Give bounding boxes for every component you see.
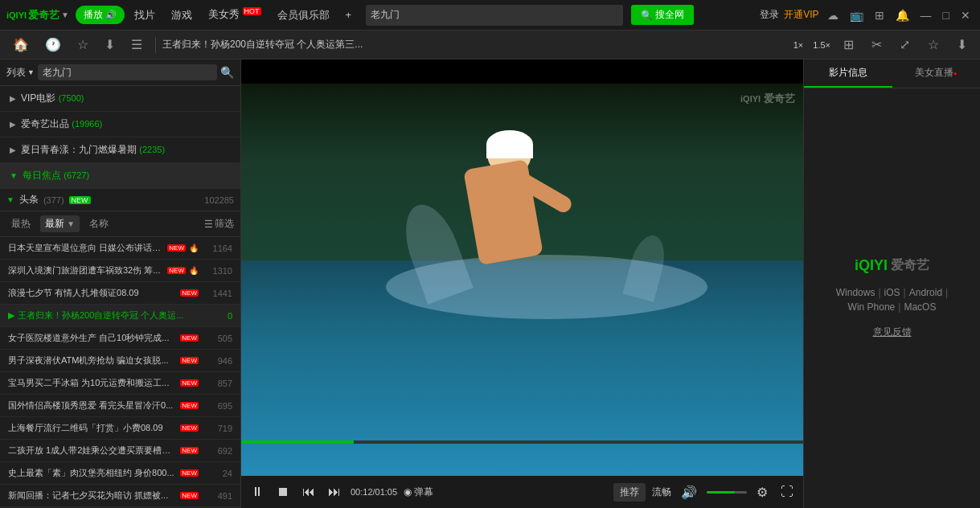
filter-button[interactable]: ☰ 筛选 bbox=[204, 217, 234, 231]
info-content: iQIYI 爱奇艺 Windows | iOS | Android | Win … bbox=[804, 88, 980, 508]
playlist-icon[interactable]: ☰ bbox=[125, 34, 149, 55]
list-item[interactable]: 日本天皇宣布退位意向 日媒公布讲话全... NEW 🔥 1164 bbox=[0, 237, 240, 260]
view-count: 1164 bbox=[202, 244, 232, 253]
view-count: 1310 bbox=[202, 266, 232, 276]
list-item[interactable]: 浪漫七夕节 有情人扎堆领证08.09 NEW 1441 bbox=[0, 282, 240, 305]
platform-android[interactable]: Android bbox=[909, 287, 942, 298]
platform-winphone[interactable]: Win Phone bbox=[848, 301, 896, 313]
resize-icon[interactable]: ⤢ bbox=[893, 34, 916, 55]
list-item[interactable]: 女子医院楼道意外生产 自己10秒钟完成... NEW 505 bbox=[0, 327, 240, 350]
prev-button[interactable]: ⏮ bbox=[299, 483, 318, 501]
list-item[interactable]: 国外情侣高楼顶秀恩爱 看完头星冒冷汗0... NEW 695 bbox=[0, 395, 240, 417]
logo[interactable]: iQIYI 爱奇艺 ▼ bbox=[6, 8, 69, 23]
list-label[interactable]: 列表 ▼ bbox=[6, 66, 35, 80]
danmu-button[interactable]: ◉ 弹幕 bbox=[404, 485, 433, 499]
sound-icon: 🔊 bbox=[105, 10, 117, 20]
progress-bar[interactable] bbox=[241, 440, 803, 444]
minimize-icon[interactable]: — bbox=[917, 7, 935, 23]
list-item[interactable]: 宝马男买二手冰箱 为10元运费和搬运工... NEW 857 bbox=[0, 372, 240, 395]
recommend-button[interactable]: 推荐 bbox=[613, 483, 646, 502]
clip-icon[interactable]: ✂ bbox=[865, 34, 888, 55]
category-vip-movies[interactable]: ▶ VIP电影 (7500) bbox=[0, 86, 240, 112]
speed-1x[interactable]: 1× bbox=[790, 39, 807, 51]
new-badge: NEW bbox=[167, 244, 186, 252]
sub-category-name: 头条 bbox=[19, 193, 39, 207]
toolbar-right-icons: ⊞ ✂ ⤢ ☆ ⬇ bbox=[837, 34, 974, 55]
speed-controls: 1× 1.5× bbox=[790, 39, 834, 51]
nav-beauty[interactable]: 美女秀 HOT bbox=[202, 4, 268, 25]
home-icon[interactable]: 🏠 bbox=[6, 34, 35, 55]
stop-button[interactable]: ⏹ bbox=[273, 483, 293, 501]
cloud-icon[interactable]: ☁ bbox=[824, 7, 842, 23]
restore-icon[interactable]: □ bbox=[940, 7, 953, 23]
sidebar-search-input[interactable] bbox=[38, 64, 217, 80]
platform-ios[interactable]: iOS bbox=[884, 287, 900, 298]
video-item-title: 王者归来！孙杨200自逆转夺冠 个人奥运... bbox=[18, 309, 199, 322]
nav-vip-club[interactable]: 会员俱乐部 bbox=[271, 5, 336, 26]
list-item[interactable]: 史上最素「素」肉汉堡亮相纽约 身价800... NEW 24 bbox=[0, 462, 240, 485]
list-item[interactable]: 新闻回播：记者七夕买花为暗访 抓嫖被... NEW 491 bbox=[0, 485, 240, 507]
hot-badge: HOT bbox=[243, 7, 261, 15]
sidebar-search-icon[interactable]: 🔍 bbox=[220, 66, 234, 79]
tab-film-info[interactable]: 影片信息 bbox=[804, 59, 892, 88]
category-daily-focus[interactable]: ▼ 每日焦点 (6727) bbox=[0, 163, 240, 189]
category-summer[interactable]: ▶ 夏日青春漾：九门燃爆暑期 (2235) bbox=[0, 137, 240, 163]
download2-icon[interactable]: ⬇ bbox=[950, 34, 974, 55]
fullscreen-button[interactable]: ⛶ bbox=[777, 483, 797, 501]
video-item-title: 史上最素「素」肉汉堡亮相纽约 身价800... bbox=[8, 467, 177, 479]
screen-mode-icon[interactable]: ⊞ bbox=[837, 34, 860, 55]
platform-macos[interactable]: MacOS bbox=[904, 301, 936, 313]
history-icon[interactable]: 🕐 bbox=[39, 34, 68, 55]
video-item-title: 国外情侣高楼顶秀恩爱 看完头星冒冷汗0... bbox=[8, 399, 177, 412]
list-arrow: ▼ bbox=[27, 68, 35, 76]
star-icon[interactable]: ☆ bbox=[921, 34, 945, 55]
login-link[interactable]: 登录 bbox=[760, 8, 779, 22]
quality-button[interactable]: 流畅 bbox=[652, 485, 671, 499]
feedback-link[interactable]: 意见反馈 bbox=[873, 326, 912, 339]
tab-name[interactable]: 名称 bbox=[84, 215, 113, 232]
video-item-title: 男子深夜潜伏ATM机旁抢劫 骗迫女孩脱... bbox=[8, 354, 177, 367]
nav-games[interactable]: 游戏 bbox=[165, 5, 199, 26]
logo-chevron[interactable]: ▼ bbox=[61, 10, 69, 19]
list-item[interactable]: 上海餐厅流行二维码「打赏」小费08.09 NEW 719 bbox=[0, 417, 240, 440]
search-button[interactable]: 🔍 搜全网 bbox=[631, 5, 694, 25]
logo-brand: 爱奇艺 bbox=[28, 8, 59, 23]
next-button[interactable]: ⏭ bbox=[325, 483, 344, 501]
search-input[interactable] bbox=[371, 10, 618, 21]
download-icon[interactable]: ⬇ bbox=[98, 34, 121, 55]
vip-link[interactable]: 开通VIP bbox=[784, 8, 818, 22]
grid-icon[interactable]: ⊞ bbox=[871, 7, 888, 23]
volume-bar[interactable] bbox=[707, 491, 747, 494]
pause-button[interactable]: ⏸ bbox=[248, 483, 267, 501]
volume-icon[interactable]: 🔊 bbox=[678, 483, 700, 502]
sep: | bbox=[878, 287, 880, 298]
tab-hot[interactable]: 最热 bbox=[6, 215, 35, 232]
video-player[interactable]: iQIYI 爱奇艺 bbox=[241, 84, 803, 476]
speed-15x[interactable]: 1.5× bbox=[810, 39, 834, 51]
new-badge: NEW bbox=[180, 334, 199, 342]
sub-total: 102285 bbox=[204, 195, 234, 205]
view-count: 505 bbox=[202, 334, 232, 343]
settings-button[interactable]: ⚙ bbox=[753, 483, 771, 502]
video-item-title: 浪漫七夕节 有情人扎堆领证08.09 bbox=[8, 287, 177, 299]
list-item[interactable]: 深圳入境澳门旅游团遭车祸致32伤 筹... NEW 🔥 1310 bbox=[0, 260, 240, 282]
favorite-icon[interactable]: ☆ bbox=[71, 34, 95, 55]
platform-windows[interactable]: Windows bbox=[836, 287, 875, 298]
toolbar-divider bbox=[155, 37, 156, 53]
list-item[interactable]: 男子深夜潜伏ATM机旁抢劫 骗迫女孩脱... NEW 946 bbox=[0, 350, 240, 372]
sub-header: ▼ 头条 (377) NEW 102285 bbox=[0, 189, 240, 211]
list-item[interactable]: 二孩开放 1成人带2娃乘公交遭买票要槽烂0... NEW 692 bbox=[0, 440, 240, 462]
view-count: 0 bbox=[202, 311, 232, 321]
play-button[interactable]: 播放 🔊 bbox=[76, 6, 125, 24]
category-iqiyi-originals[interactable]: ▶ 爱奇艺出品 (19966) bbox=[0, 112, 240, 137]
list-item-active[interactable]: ▶ 王者归来！孙杨200自逆转夺冠 个人奥运... 0 bbox=[0, 305, 240, 327]
close-icon[interactable]: ✕ bbox=[957, 7, 974, 23]
nav-find-movies[interactable]: 找片 bbox=[128, 5, 162, 26]
danmu-icon: ◉ bbox=[404, 486, 412, 498]
sub-arrow: ▼ bbox=[6, 195, 14, 204]
bell-icon[interactable]: 🔔 bbox=[892, 7, 912, 23]
tab-beauty-live[interactable]: 美女直播● bbox=[892, 59, 981, 88]
nav-plus[interactable]: + bbox=[339, 6, 359, 24]
screen-icon[interactable]: 📺 bbox=[847, 7, 867, 23]
tab-latest[interactable]: 最新 ▼ bbox=[40, 215, 80, 232]
